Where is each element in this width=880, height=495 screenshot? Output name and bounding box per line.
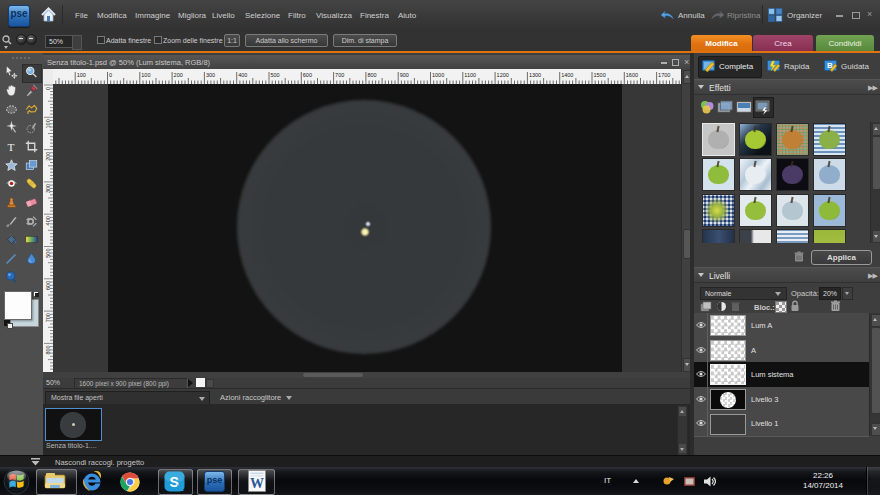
svg-text:500: 500 [271,72,280,78]
svg-text:700: 700 [335,72,344,78]
svg-text:W: W [250,476,264,491]
svg-text:1500: 1500 [594,72,606,78]
svg-text:900: 900 [400,72,409,78]
svg-text:1400: 1400 [561,72,573,78]
svg-text:1000: 1000 [432,72,444,78]
svg-text:T: T [7,140,14,152]
svg-text:0: 0 [45,87,51,90]
svg-text:1300: 1300 [529,72,541,78]
svg-text:1600: 1600 [626,72,638,78]
svg-text:200: 200 [174,72,183,78]
svg-text:1200: 1200 [497,72,509,78]
svg-text:0: 0 [109,72,112,78]
svg-text:1700: 1700 [658,72,670,78]
svg-text:300: 300 [206,72,215,78]
svg-text:600: 600 [303,72,312,78]
svg-text:100: 100 [77,72,86,78]
svg-text:400: 400 [238,72,247,78]
svg-text:1100: 1100 [464,72,476,78]
svg-text:S: S [170,474,179,490]
svg-text:800: 800 [367,72,376,78]
svg-text:100: 100 [141,72,150,78]
